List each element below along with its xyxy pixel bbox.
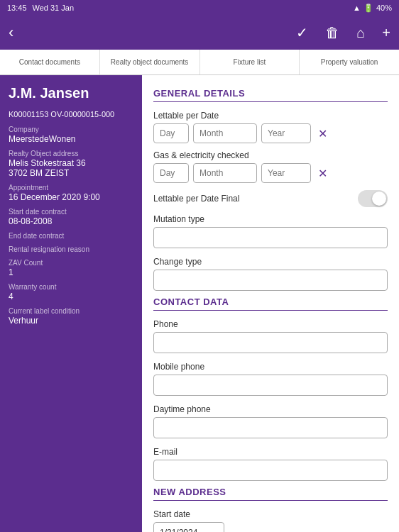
email-input[interactable] bbox=[153, 460, 388, 481]
company-label: Company bbox=[9, 126, 133, 133]
gas-month-input[interactable] bbox=[193, 163, 257, 183]
contact-id: K00001153 OV-00000015-000 bbox=[9, 110, 133, 118]
change-type-input[interactable] bbox=[153, 270, 388, 291]
new-start-date-value[interactable]: 1/31/2024 bbox=[153, 522, 224, 532]
lettable-date-clear[interactable]: ✕ bbox=[318, 127, 327, 140]
resignation-label: Rental resignation reason bbox=[9, 245, 133, 253]
appointment-value: 16 December 2020 9:00 bbox=[9, 192, 133, 202]
warranty-value: 4 bbox=[9, 292, 133, 301]
new-start-date-label: Start date bbox=[153, 509, 388, 519]
gas-electricity-label: Gas & electricity checked bbox=[153, 150, 388, 160]
end-date-label: End date contract bbox=[9, 232, 133, 240]
daytime-phone-input[interactable] bbox=[153, 417, 388, 438]
gas-date-row: ✕ bbox=[153, 163, 388, 183]
contact-data-header: CONTACT DATA bbox=[153, 297, 388, 311]
company-value: MeerstedeWonen bbox=[9, 134, 133, 144]
battery-icon: 🔋 bbox=[364, 4, 373, 13]
phone-input[interactable] bbox=[153, 332, 388, 353]
warranty-label: Warranty count bbox=[9, 283, 133, 291]
label-condition-value: Verhuur bbox=[9, 316, 133, 326]
tab-fixture-list[interactable]: Fixture list bbox=[200, 50, 300, 74]
zav-label: ZAV Count bbox=[9, 259, 133, 267]
gas-date-clear[interactable]: ✕ bbox=[318, 167, 327, 180]
general-details-header: GENERAL DETAILS bbox=[153, 88, 388, 102]
realty-value: Melis Stokestraat 363702 BM ZEIST bbox=[9, 158, 133, 178]
back-button[interactable]: ‹ bbox=[9, 23, 13, 42]
lettable-date-row: ✕ bbox=[153, 123, 388, 143]
realty-label: Realty Object address bbox=[9, 150, 133, 157]
gas-year-input[interactable] bbox=[261, 163, 311, 183]
toolbar: ‹ ✓ 🗑 ⌂ + bbox=[0, 16, 399, 50]
lettable-day-input[interactable] bbox=[153, 123, 189, 143]
status-date: Wed 31 Jan bbox=[33, 4, 75, 12]
start-date-label: Start date contract bbox=[9, 208, 133, 216]
lettable-final-toggle[interactable] bbox=[358, 190, 388, 207]
mobile-phone-input[interactable] bbox=[153, 375, 388, 396]
form-content: GENERAL DETAILS Lettable per Date ✕ Gas … bbox=[142, 75, 399, 532]
contact-name: J.M. Jansen bbox=[9, 85, 133, 101]
lettable-year-input[interactable] bbox=[261, 123, 311, 143]
add-button[interactable]: + bbox=[382, 25, 390, 41]
trash-button[interactable]: 🗑 bbox=[325, 25, 339, 41]
status-bar: 13:45 Wed 31 Jan ▲ 🔋 40% bbox=[0, 0, 399, 16]
mobile-phone-label: Mobile phone bbox=[153, 362, 388, 372]
appointment-label: Appointment bbox=[9, 184, 133, 192]
tab-bar: Contact documents Realty object document… bbox=[0, 50, 399, 75]
check-button[interactable]: ✓ bbox=[296, 24, 308, 41]
label-condition-label: Current label condition bbox=[9, 307, 133, 315]
tab-realty-documents[interactable]: Realty object documents bbox=[100, 50, 200, 74]
status-time: 13:45 bbox=[7, 4, 27, 12]
lettable-final-label: Lettable per Date Final bbox=[153, 194, 239, 204]
mutation-type-input[interactable] bbox=[153, 227, 388, 248]
change-type-label: Change type bbox=[153, 257, 388, 267]
home-button[interactable]: ⌂ bbox=[356, 25, 365, 41]
email-label: E-mail bbox=[153, 447, 388, 457]
main-content: J.M. Jansen K00001153 OV-00000015-000 Co… bbox=[0, 75, 399, 532]
sidebar: J.M. Jansen K00001153 OV-00000015-000 Co… bbox=[0, 75, 142, 532]
mutation-type-label: Mutation type bbox=[153, 214, 388, 224]
tab-property-valuation[interactable]: Property valuation bbox=[300, 50, 399, 74]
daytime-phone-label: Daytime phone bbox=[153, 404, 388, 414]
lettable-final-row: Lettable per Date Final bbox=[153, 190, 388, 207]
lettable-date-label: Lettable per Date bbox=[153, 111, 388, 121]
battery-level: 40% bbox=[376, 4, 392, 12]
gas-day-input[interactable] bbox=[153, 163, 189, 183]
lettable-month-input[interactable] bbox=[193, 123, 257, 143]
start-date-value: 08-08-2008 bbox=[9, 216, 133, 226]
zav-value: 1 bbox=[9, 267, 133, 277]
wifi-icon: ▲ bbox=[353, 4, 361, 12]
tab-contact-documents[interactable]: Contact documents bbox=[0, 50, 100, 74]
new-address-header: NEW ADDRESS bbox=[153, 487, 388, 501]
phone-label: Phone bbox=[153, 319, 388, 329]
